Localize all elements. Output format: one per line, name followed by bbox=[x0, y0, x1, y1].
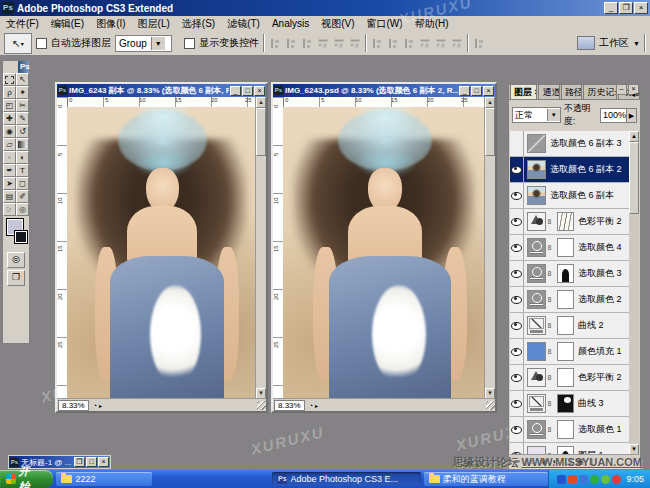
layer-row[interactable]: 8 选取颜色 3 bbox=[510, 261, 629, 287]
align-right-icon[interactable] bbox=[350, 37, 361, 49]
scrollbar-thumb[interactable] bbox=[485, 108, 495, 156]
align-left-icon[interactable] bbox=[318, 37, 329, 49]
magic-wand-tool[interactable]: ✦ bbox=[16, 86, 29, 99]
visibility-toggle[interactable] bbox=[510, 313, 524, 338]
align-vertical-center-icon[interactable] bbox=[285, 38, 297, 49]
history-brush-tool[interactable]: ↺ bbox=[16, 125, 29, 138]
clone-stamp-tool[interactable]: ◉ bbox=[3, 125, 16, 138]
blur-tool[interactable]: ◦ bbox=[3, 151, 16, 164]
photo-canvas[interactable] bbox=[67, 107, 256, 399]
status-arrow-icon[interactable]: ▸ bbox=[99, 402, 102, 409]
doc-restore-button[interactable]: ❐ bbox=[74, 457, 85, 467]
layer-mask-link-icon[interactable]: 8 bbox=[547, 322, 552, 329]
zoom-level-field[interactable]: 8.33% bbox=[274, 400, 305, 411]
crop-tool[interactable]: ◰ bbox=[3, 99, 16, 112]
pen-tool[interactable]: ✒ bbox=[3, 164, 16, 177]
visibility-toggle[interactable] bbox=[510, 209, 524, 234]
tray-icon-3[interactable] bbox=[579, 475, 588, 484]
layer-row[interactable]: 8 曲线 3 bbox=[510, 391, 629, 417]
workspace-button[interactable]: 工作区 bbox=[599, 36, 629, 50]
marquee-tool[interactable] bbox=[3, 73, 16, 86]
current-tool-preset[interactable]: ↖▾ bbox=[4, 33, 32, 54]
auto-align-layers-icon[interactable] bbox=[473, 38, 485, 49]
doc-minimize-button[interactable]: _ bbox=[230, 86, 241, 96]
layer-mask-link-icon[interactable]: 8 bbox=[547, 400, 552, 407]
status-info-icon[interactable]: ◔ bbox=[93, 402, 97, 409]
background-color-swatch[interactable] bbox=[14, 230, 28, 244]
layer-mask-link-icon[interactable]: 8 bbox=[547, 296, 552, 303]
doc-close-button[interactable]: × bbox=[254, 86, 265, 96]
layer-mask-thumbnail[interactable] bbox=[557, 394, 574, 413]
panel-minimize-button[interactable]: – bbox=[616, 84, 627, 95]
brush-tool[interactable]: ✎ bbox=[16, 112, 29, 125]
resize-grip[interactable] bbox=[486, 401, 495, 410]
eraser-tool[interactable]: ▱ bbox=[3, 138, 16, 151]
screen-mode-button[interactable]: ❐ bbox=[7, 270, 25, 286]
menu-filter[interactable]: 滤镜(T) bbox=[221, 17, 266, 31]
opacity-field[interactable]: 100%▶ bbox=[600, 108, 637, 123]
layer-row-selected[interactable]: 选取颜色 6 副本 2 bbox=[510, 157, 629, 183]
status-arrow-icon[interactable]: ▸ bbox=[315, 402, 318, 409]
visibility-toggle[interactable] bbox=[510, 261, 524, 286]
layer-thumbnail[interactable] bbox=[527, 134, 546, 153]
distribute-top-icon[interactable] bbox=[371, 38, 383, 49]
tray-icon-1[interactable] bbox=[557, 475, 566, 484]
layer-row[interactable]: 8 选取颜色 2 bbox=[510, 287, 629, 313]
doc-maximize-button[interactable]: □ bbox=[471, 86, 482, 96]
tray-icon-5[interactable] bbox=[601, 475, 610, 484]
visibility-toggle[interactable] bbox=[510, 183, 524, 208]
status-info-icon[interactable]: ◔ bbox=[309, 402, 313, 409]
dodge-tool[interactable]: ◐ bbox=[16, 151, 29, 164]
adjustment-thumbnail-selective-color[interactable] bbox=[527, 238, 546, 257]
distribute-bottom-icon[interactable] bbox=[403, 38, 415, 49]
tab-paths[interactable]: 路径 bbox=[561, 84, 583, 99]
adjustment-thumbnail-color-balance[interactable] bbox=[527, 368, 546, 387]
visibility-toggle[interactable] bbox=[510, 287, 524, 312]
eyedropper-tool[interactable]: ✐ bbox=[16, 190, 29, 203]
layer-row[interactable]: 8 选取颜色 1 bbox=[510, 417, 629, 443]
resize-grip[interactable] bbox=[257, 401, 266, 410]
visibility-toggle[interactable] bbox=[510, 391, 524, 416]
scrollbar-thumb[interactable] bbox=[629, 142, 639, 214]
visibility-toggle[interactable] bbox=[510, 417, 524, 442]
layer-mask-thumbnail[interactable] bbox=[557, 316, 574, 335]
scroll-up-icon[interactable]: ▲ bbox=[629, 131, 639, 142]
tray-icon-6[interactable] bbox=[612, 475, 621, 484]
layer-thumbnail[interactable] bbox=[527, 160, 546, 179]
zoom-tool[interactable]: ◎ bbox=[16, 203, 29, 216]
visibility-toggle[interactable] bbox=[510, 365, 524, 390]
document-title-bar[interactable]: Ps IMG_6243.psd @ 8.33% (选取颜色 6 副本 2, R.… bbox=[273, 84, 495, 97]
adjustment-thumbnail-curves[interactable] bbox=[527, 394, 546, 413]
doc-close-button[interactable]: × bbox=[98, 457, 109, 467]
tab-channels[interactable]: 通道 bbox=[538, 84, 560, 99]
tab-history[interactable]: 历史记录 bbox=[583, 84, 617, 99]
doc-maximize-button[interactable]: □ bbox=[86, 457, 97, 467]
layer-mask-thumbnail[interactable] bbox=[557, 238, 574, 257]
vertical-scrollbar[interactable]: ▲ ▼ bbox=[484, 97, 495, 399]
menu-image[interactable]: 图像(I) bbox=[90, 17, 131, 31]
taskbar-item-folder[interactable]: 2222 bbox=[56, 472, 152, 486]
lasso-tool[interactable]: ρ bbox=[3, 86, 16, 99]
menu-edit[interactable]: 编辑(E) bbox=[45, 17, 90, 31]
visibility-toggle[interactable] bbox=[510, 235, 524, 260]
panel-scrollbar[interactable]: ▲ ▼ bbox=[629, 131, 639, 455]
distribute-vertical-center-icon[interactable] bbox=[387, 38, 399, 49]
layer-mask-link-icon[interactable]: 8 bbox=[547, 244, 552, 251]
tool-palette-grip[interactable]: Ps bbox=[18, 61, 29, 73]
document-title-bar[interactable]: Ps IMG_6243 副本 @ 8.33% (选取颜色 6 副本, RG...… bbox=[57, 84, 266, 97]
adjustment-thumbnail-color-balance[interactable] bbox=[527, 212, 546, 231]
visibility-toggle[interactable] bbox=[510, 131, 524, 156]
minimize-button[interactable]: _ bbox=[604, 2, 618, 14]
doc-minimize-button[interactable]: _ bbox=[459, 86, 470, 96]
panel-menu-icon[interactable]: ◂≡ bbox=[631, 91, 639, 99]
hand-tool[interactable]: ☞ bbox=[3, 203, 16, 216]
taskbar-item-photoshop[interactable]: Ps Adobe Photoshop CS3 E... bbox=[272, 472, 420, 486]
menu-help[interactable]: 帮助(H) bbox=[409, 17, 455, 31]
adjustment-thumbnail-selective-color[interactable] bbox=[527, 420, 546, 439]
layer-row[interactable]: 8 颜色填充 1 bbox=[510, 339, 629, 365]
layer-mask-link-icon[interactable]: 8 bbox=[547, 348, 552, 355]
layer-mask-link-icon[interactable]: 8 bbox=[547, 426, 552, 433]
layer-mask-thumbnail[interactable] bbox=[557, 212, 574, 231]
scrollbar-thumb[interactable] bbox=[256, 108, 266, 156]
adjustment-thumbnail-selective-color[interactable] bbox=[527, 290, 546, 309]
